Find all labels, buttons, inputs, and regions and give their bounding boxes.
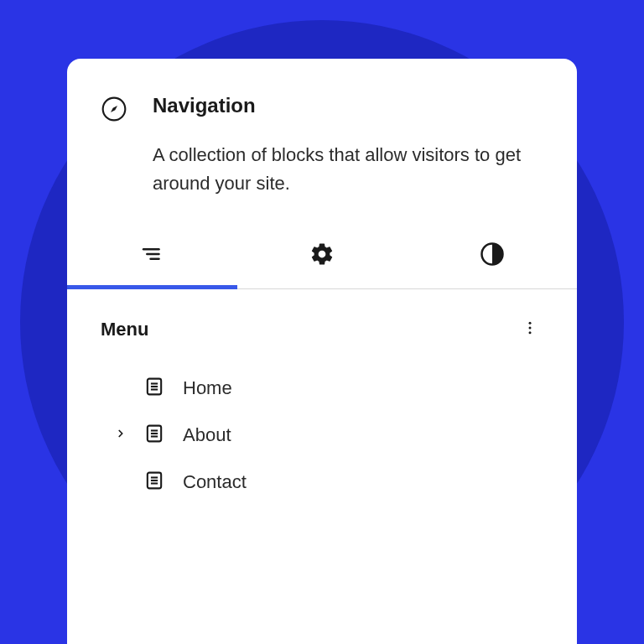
tab-list-view[interactable] <box>67 223 237 288</box>
menu-item-label: Contact <box>183 471 247 493</box>
panel-description: A collection of blocks that allow visito… <box>153 141 543 198</box>
expand-toggle[interactable] <box>116 428 126 443</box>
header-text: Navigation A collection of blocks that a… <box>153 94 543 198</box>
svg-point-7 <box>529 327 532 330</box>
tab-styles[interactable] <box>407 223 577 288</box>
page-icon <box>143 375 166 402</box>
menu-item-about[interactable]: About <box>116 422 543 449</box>
svg-point-6 <box>529 322 532 325</box>
more-button[interactable] <box>517 314 543 345</box>
page-icon <box>143 469 166 496</box>
more-vertical-icon <box>522 325 538 339</box>
svg-marker-1 <box>111 106 117 112</box>
menu-header: Menu <box>101 314 543 345</box>
navigation-panel: Navigation A collection of blocks that a… <box>67 59 577 644</box>
contrast-icon <box>480 242 505 270</box>
menu-list: Home <box>101 375 543 496</box>
menu-item-label: Home <box>183 377 232 399</box>
menu-item-contact[interactable]: Contact <box>116 469 543 496</box>
menu-item-label: About <box>183 424 231 446</box>
menu-section: Menu <box>67 289 577 512</box>
menu-item-home[interactable]: Home <box>116 375 543 402</box>
chevron-right-icon <box>115 428 127 443</box>
menu-title: Menu <box>101 319 148 340</box>
panel-header: Navigation A collection of blocks that a… <box>67 59 577 223</box>
page-icon <box>143 422 166 449</box>
tab-bar <box>67 223 577 289</box>
panel-title: Navigation <box>153 94 543 117</box>
gear-icon <box>309 242 335 270</box>
tab-settings[interactable] <box>237 223 408 288</box>
list-icon <box>138 240 166 272</box>
svg-point-8 <box>529 332 532 335</box>
compass-icon <box>101 96 127 198</box>
